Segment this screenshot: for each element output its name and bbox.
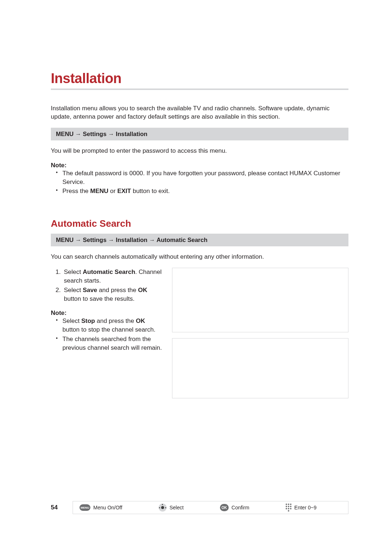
nav-pad-icon — [159, 504, 167, 512]
list-item: The channels searched from the previous … — [62, 335, 163, 352]
list-item: Press the MENU or EXIT button to exit. — [62, 187, 348, 196]
password-prompt: You will be prompted to enter the passwo… — [51, 147, 348, 155]
legend-label: Select — [170, 505, 184, 510]
list-item: Select Save and press the OK button to s… — [62, 286, 163, 303]
page-footer: 54 MENU Menu On/Off Select OK Confirm — [51, 501, 348, 514]
bold-menu: MENU — [90, 188, 109, 194]
button-legend: MENU Menu On/Off Select OK Confirm Enter… — [73, 501, 348, 514]
nav-path-installation: MENU → Settings → Installation — [51, 128, 348, 140]
note-text: The channels searched from the previous … — [62, 336, 162, 351]
auto-search-intro: You can search channels automatically wi… — [51, 253, 348, 261]
section-title: Automatic Search — [51, 218, 348, 229]
list-item: Select Stop and press the OK button to s… — [62, 317, 163, 334]
step-text: and press the — [97, 287, 138, 294]
step-text: Select — [64, 268, 83, 275]
legend-confirm: OK Confirm — [220, 504, 249, 511]
page-number: 54 — [51, 504, 73, 511]
bold-exit: EXIT — [117, 188, 131, 194]
list-item: The default password is 0000. If you hav… — [62, 169, 348, 186]
nav-installation: Installation — [116, 131, 147, 137]
title-rule — [51, 89, 348, 90]
nav-auto-search: Automatic Search — [156, 237, 207, 243]
note-label: Note: — [51, 309, 163, 317]
note-text: Press the — [62, 188, 90, 194]
note-list-2: Select Stop and press the OK button to s… — [51, 317, 163, 352]
note-text: Select — [62, 317, 81, 324]
steps-list: Select Automatic Search. Channel search … — [51, 268, 163, 303]
nav-path-auto-search: MENU → Settings → Installation → Automat… — [51, 234, 348, 246]
image-column — [172, 268, 348, 398]
note-text: button to exit. — [131, 188, 170, 194]
bold-stop: Stop — [81, 317, 95, 324]
chapter-title: Installation — [51, 71, 348, 86]
legend-menu: MENU Menu On/Off — [79, 504, 122, 511]
list-item: Select Automatic Search. Channel search … — [62, 268, 163, 285]
steps-column: Select Automatic Search. Channel search … — [51, 268, 163, 398]
manual-page: Installation Installation menu allows yo… — [0, 0, 392, 554]
note-text: and press the — [95, 317, 136, 324]
note-text: The default password is 0000. If you hav… — [62, 170, 340, 185]
note-text: or — [109, 188, 118, 194]
legend-label: Enter 0~9 — [294, 505, 317, 510]
nav-menu: MENU — [56, 131, 74, 137]
bold-auto-search: Automatic Search — [83, 268, 135, 275]
bold-ok: OK — [138, 287, 147, 294]
menu-button-icon: MENU — [79, 504, 90, 511]
nav-menu: MENU — [56, 237, 74, 243]
screenshot-placeholder-2 — [172, 338, 348, 398]
legend-label: Confirm — [232, 505, 249, 510]
ok-button-icon: OK — [220, 504, 229, 511]
step-text: Select — [64, 287, 83, 294]
arrow-icon: → — [75, 131, 81, 137]
legend-label: Menu On/Off — [93, 505, 122, 510]
arrow-icon: → — [108, 237, 114, 243]
numeric-pad-icon — [286, 504, 291, 512]
bold-save: Save — [83, 287, 97, 294]
note-text: button to stop the channel search. — [62, 326, 155, 333]
screenshot-placeholder-1 — [172, 268, 348, 332]
legend-select: Select — [159, 504, 184, 512]
intro-paragraph: Installation menu allows you to search t… — [51, 104, 348, 121]
arrow-icon: → — [75, 237, 81, 243]
step-text: button to save the results. — [64, 295, 135, 302]
nav-settings: Settings — [83, 131, 106, 137]
nav-settings: Settings — [83, 237, 106, 243]
legend-numeric: Enter 0~9 — [286, 504, 317, 512]
arrow-icon: → — [108, 131, 114, 137]
note-label: Note: — [51, 162, 348, 169]
note-list-1: The default password is 0000. If you hav… — [51, 169, 348, 196]
two-column-layout: Select Automatic Search. Channel search … — [51, 268, 348, 398]
arrow-icon: → — [149, 237, 155, 243]
nav-installation: Installation — [116, 237, 147, 243]
bold-ok: OK — [136, 317, 145, 324]
